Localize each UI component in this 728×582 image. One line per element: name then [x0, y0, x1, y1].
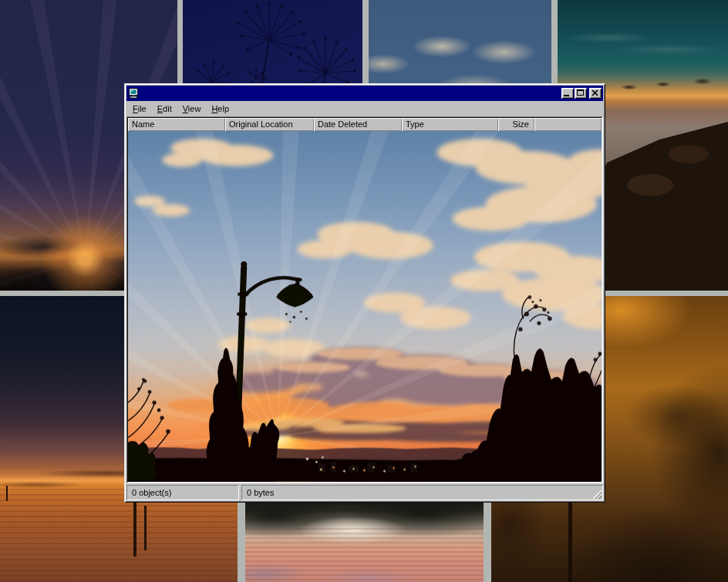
maximize-button[interactable]: [575, 88, 587, 99]
column-header-size[interactable]: Size: [498, 118, 534, 131]
menu-bar: File Edit View Help: [126, 101, 603, 116]
menu-item-help[interactable]: Help: [206, 103, 234, 115]
water-pole: [144, 506, 147, 550]
menu-item-edit[interactable]: Edit: [152, 103, 177, 115]
status-objects-count: 0 object(s): [126, 485, 239, 500]
maximize-icon: [577, 89, 584, 96]
lamp-post: [235, 261, 313, 410]
column-header-date-deleted[interactable]: Date Deleted: [314, 118, 402, 131]
status-size: 0 bytes: [241, 485, 603, 500]
status-size-text: 0 bytes: [247, 488, 274, 497]
list-view-background-photo: [128, 131, 602, 482]
right-trees: [473, 348, 602, 482]
column-headers: Name Original Location Date Deleted Type…: [128, 118, 602, 131]
water-pole: [6, 486, 8, 501]
photo-silhouettes: [128, 131, 602, 482]
screen: { "window": { "title": "", "menu": ["Fil…: [0, 0, 728, 582]
minimize-button[interactable]: [561, 88, 574, 99]
column-header-type[interactable]: Type: [402, 118, 498, 131]
close-button[interactable]: [589, 88, 602, 99]
column-header-name[interactable]: Name: [128, 118, 225, 131]
column-header-filler[interactable]: [534, 118, 602, 131]
title-bar[interactable]: [126, 86, 603, 101]
resize-grip-icon[interactable]: [592, 489, 602, 499]
status-bar: 0 object(s) 0 bytes: [126, 485, 603, 500]
recycle-bin-window: File Edit View Help Name Original Locati…: [124, 83, 605, 503]
list-view[interactable]: Name Original Location Date Deleted Type…: [126, 116, 603, 483]
water-ripples: [245, 525, 484, 582]
close-icon: [592, 89, 598, 96]
water-pole: [133, 500, 136, 557]
minimize-icon: [564, 95, 569, 96]
computer-icon[interactable]: [128, 88, 139, 99]
column-header-original-location[interactable]: Original Location: [225, 118, 314, 131]
menu-item-file[interactable]: File: [127, 103, 152, 115]
menu-item-view[interactable]: View: [177, 103, 207, 115]
cypress-tree: [202, 348, 253, 482]
